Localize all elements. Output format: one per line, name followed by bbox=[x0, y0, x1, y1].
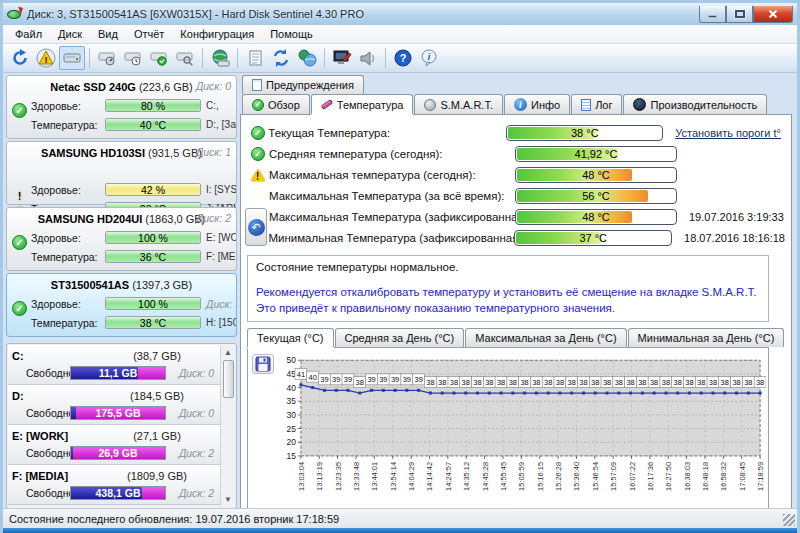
chart-tab-current[interactable]: Текущая (°C) bbox=[247, 328, 334, 347]
scroll-up-icon[interactable]: ▲ bbox=[224, 345, 232, 360]
scroll-down-icon[interactable]: ▼ bbox=[224, 492, 232, 507]
disk-view-icon[interactable] bbox=[59, 46, 85, 70]
temp-value-bar: 41,92 °C bbox=[515, 146, 677, 162]
chart-tab-daily-average[interactable]: Средняя за День (°C) bbox=[335, 328, 465, 347]
save-chart-button[interactable] bbox=[252, 354, 274, 374]
reset-icon bbox=[248, 219, 265, 236]
svg-text:16:27:50: 16:27:50 bbox=[664, 462, 673, 491]
partition-card-e[interactable]: E: [WORK](27,1 GB) Свободно 26,9 GB Диск… bbox=[8, 425, 220, 465]
disk-card-3[interactable]: ST31500541AS (1397,3 GB) Здоровье: 100 %… bbox=[6, 273, 237, 337]
free-label: Свободно bbox=[12, 447, 70, 459]
temp-row-max-today: Максимальная температура (сегодня): 48 °… bbox=[247, 164, 785, 185]
disk-volumes: H: [1500] bbox=[201, 317, 236, 328]
menu-help[interactable]: Помощь bbox=[262, 26, 321, 42]
disk-search-icon[interactable] bbox=[172, 46, 198, 70]
disk-header: ST31500541AS (1397,3 GB) bbox=[7, 277, 236, 294]
svg-text:38: 38 bbox=[603, 378, 611, 387]
disk-clock-icon[interactable] bbox=[120, 46, 146, 70]
disk-card-1[interactable]: SAMSUNG HD103SI (931,5 GB) Диск: 1 Здоро… bbox=[6, 141, 237, 205]
temperature-line-chart: 152025303540455013:03:0413:13:1913:23:35… bbox=[276, 352, 766, 504]
close-button[interactable] bbox=[753, 6, 793, 23]
tab-overview[interactable]: Обзор bbox=[242, 94, 310, 114]
refresh-icon[interactable] bbox=[7, 46, 33, 70]
disk-card-0[interactable]: Netac SSD 240G (223,6 GB) Диск: 0 Здоров… bbox=[6, 75, 237, 139]
partition-card-d[interactable]: D:(184,5 GB) Свободно 175,5 GB Диск: 0 bbox=[8, 385, 220, 425]
tab-smart[interactable]: S.M.A.R.T. bbox=[414, 94, 503, 114]
window-controls bbox=[699, 6, 793, 23]
partition-card-f[interactable]: F: [MEDIA](1809,9 GB) Свободно 438,1 GB … bbox=[8, 465, 220, 505]
speaker-icon[interactable] bbox=[355, 46, 381, 70]
partition-card-c[interactable]: C:(38,7 GB) Свободно 11,1 GB Диск: 0 bbox=[8, 345, 220, 385]
health-label: Здоровье: bbox=[31, 184, 105, 196]
svg-text:15:05:59: 15:05:59 bbox=[517, 462, 526, 491]
workspace: Netac SSD 240G (223,6 GB) Диск: 0 Здоров… bbox=[3, 73, 797, 511]
menu-view[interactable]: Вид bbox=[90, 26, 126, 42]
temp-value-bar: 48 °C bbox=[515, 209, 677, 225]
disk-gauge-icon[interactable] bbox=[94, 46, 120, 70]
monitor-pen-icon[interactable] bbox=[329, 46, 355, 70]
svg-text:39: 39 bbox=[391, 375, 399, 384]
scroll-thumb[interactable] bbox=[223, 360, 234, 398]
tab-temperature[interactable]: Температура bbox=[311, 94, 414, 114]
network-icon[interactable] bbox=[294, 46, 320, 70]
tab-info[interactable]: Инфо bbox=[504, 94, 570, 114]
tab-label: Текущая (°C) bbox=[257, 332, 324, 344]
last-update-status: Состояние последнего обновления: 19.07.2… bbox=[9, 513, 339, 525]
disk-size: (931,5 GB) bbox=[148, 147, 202, 159]
svg-text:15:36:40: 15:36:40 bbox=[572, 462, 581, 491]
free-space-bar: 438,1 GB bbox=[70, 486, 166, 500]
disk-volumes: D:, [Зарезер bbox=[201, 119, 236, 130]
temp-value-bar: 37 °C bbox=[514, 230, 672, 246]
app-window: Диск: 3, ST31500541AS [6XW0315X] - Hard … bbox=[0, 0, 800, 533]
sync-icon[interactable] bbox=[268, 46, 294, 70]
tab-warnings[interactable]: Предупреждения bbox=[242, 75, 364, 94]
ok-icon bbox=[251, 147, 265, 161]
menu-report[interactable]: Отчёт bbox=[126, 26, 172, 42]
disk-name: ST31500541AS bbox=[51, 279, 129, 291]
svg-text:38: 38 bbox=[744, 378, 752, 387]
tab-log[interactable]: Лог bbox=[571, 94, 622, 114]
tab-label: Лог bbox=[595, 99, 612, 111]
status-bar: Состояние последнего обновления: 19.07.2… bbox=[3, 508, 797, 528]
health-label: Здоровье: bbox=[31, 298, 105, 310]
ok-icon bbox=[251, 126, 265, 140]
menu-configuration[interactable]: Конфигурация bbox=[172, 26, 262, 42]
chart-tab-daily-min[interactable]: Минимальная за День (°C) bbox=[628, 328, 785, 347]
resize-grip-icon[interactable] bbox=[783, 514, 795, 526]
check-icon bbox=[252, 99, 264, 111]
partition-name: D: bbox=[12, 390, 98, 402]
temperature-label: Температура: bbox=[31, 251, 105, 263]
disk-card-2[interactable]: SAMSUNG HD204UI (1863,0 GB) Диск: 2 Здор… bbox=[6, 207, 237, 271]
minimize-button[interactable] bbox=[699, 6, 726, 23]
globe-disk-icon[interactable] bbox=[207, 46, 233, 70]
temp-row-label: Максимальная Температура (зафиксированна… bbox=[269, 211, 515, 223]
disk-name: SAMSUNG HD103SI bbox=[41, 147, 145, 159]
svg-text:38: 38 bbox=[497, 378, 505, 387]
title-bar[interactable]: Диск: 3, ST31500541AS [6XW0315X] - Hard … bbox=[3, 3, 797, 25]
maximize-button[interactable] bbox=[726, 6, 753, 23]
app-logo-icon bbox=[7, 7, 22, 21]
temp-row-label: Средняя температура (сегодня): bbox=[269, 148, 515, 160]
partition-disk-ref: Диск: 2 bbox=[166, 447, 216, 459]
chart-tab-daily-max[interactable]: Максимальная за День (°C) bbox=[465, 328, 626, 347]
svg-text:16:38:03: 16:38:03 bbox=[683, 462, 692, 491]
tab-performance[interactable]: Производительность bbox=[623, 94, 767, 114]
report-icon[interactable] bbox=[242, 46, 268, 70]
disk-volumes: C:, bbox=[201, 100, 236, 111]
alerts-icon[interactable]: ! bbox=[33, 46, 59, 70]
disk-check-icon[interactable] bbox=[146, 46, 172, 70]
temperature-status-text: Состояние температуры нормальное. bbox=[256, 261, 760, 273]
help-icon[interactable]: ? bbox=[390, 46, 416, 70]
temp-value-bar: 38 °C bbox=[506, 125, 663, 141]
menu-file[interactable]: Файл bbox=[7, 26, 50, 42]
set-thresholds-link[interactable]: Установить пороги t° bbox=[675, 127, 781, 139]
menu-disk[interactable]: Диск bbox=[50, 26, 90, 42]
partition-scrollbar[interactable]: ▲ ▼ bbox=[220, 345, 235, 507]
toolbar-separator bbox=[202, 48, 203, 68]
toolbar-separator bbox=[89, 48, 90, 68]
svg-text:14:55:45: 14:55:45 bbox=[499, 462, 508, 491]
temp-value-bar: 48 °C bbox=[515, 167, 677, 183]
tab-label: Минимальная за День (°C) bbox=[638, 332, 775, 344]
info-icon[interactable]: i bbox=[416, 46, 442, 70]
reset-recorded-temps-button[interactable] bbox=[245, 208, 267, 246]
